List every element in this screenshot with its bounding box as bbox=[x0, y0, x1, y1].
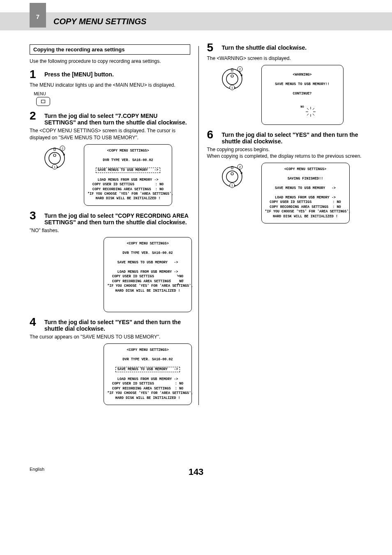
step-heading: Turn the shuttle dial clockwise. bbox=[222, 42, 307, 53]
lcd-line: COPY RECORDING AREA SETTINGS : NO bbox=[92, 187, 164, 191]
step-heading: Turn the jog dial to select "COPY RECORD… bbox=[44, 210, 190, 226]
svg-line-25 bbox=[313, 108, 314, 110]
lcd-line: SAVE MENUS TO USB MEMORY -> bbox=[275, 186, 336, 190]
step-heading: Turn the jog dial to select "YES" and th… bbox=[222, 129, 368, 145]
arrow-icon: ↘ bbox=[177, 273, 179, 279]
figure-row: 2 1 <COPY MENU SETTINGS> DVR TYPE VER. S… bbox=[42, 144, 190, 206]
lcd-line: *IF YOU CHOOSE 'YES' FOR 'AREA SETTINGS'… bbox=[107, 391, 193, 395]
step-heading: Turn the jog dial to select "7.COPY MENU… bbox=[44, 110, 190, 126]
step-number: 2 bbox=[30, 110, 39, 126]
step-3: 3 Turn the jog dial to select "COPY RECO… bbox=[30, 210, 190, 226]
page-title: COPY MENU SETTINGS bbox=[53, 17, 146, 26]
svg-line-22 bbox=[307, 108, 309, 110]
lcd-line: COPY USER ID SETTIGS : NO bbox=[112, 382, 183, 386]
figure-row: 2 1 <WARNING> SAVE MENUS TO USB MEMORY!!… bbox=[219, 65, 368, 124]
left-column: Copying the recording area settings Use … bbox=[30, 42, 190, 409]
lcd-line: SAVE MENUS TO USB MEMORY -> bbox=[118, 260, 178, 265]
step-body: The <WARNING> screen is displayed. bbox=[207, 55, 368, 62]
lcd-line: COPY RECORDING AREA SETTINGS : NO bbox=[112, 387, 183, 391]
step-body: The cursor appears on "SAVE MENUS TO USB… bbox=[30, 334, 190, 340]
lcd-line: LOAD MENUS FROM USB MEMORY -> bbox=[118, 270, 178, 274]
lcd-line: *IF YOU CHOOSE 'YES' FOR 'AREA SETTINGS'… bbox=[107, 284, 193, 288]
lcd-title: <COPY MENU SETTINGS> bbox=[284, 167, 326, 171]
lcd-save-highlight: SAVE MENUS TO USB MEMORY -> bbox=[115, 367, 180, 372]
step-number: 6 bbox=[207, 129, 216, 145]
lcd-line: HARD DISK WILL BE INITIALIZED ! bbox=[115, 289, 180, 293]
svg-text:1: 1 bbox=[231, 184, 233, 187]
lcd-version: DVR TYPE VER. SA16-00.02 bbox=[103, 158, 153, 162]
no-label: NO bbox=[300, 105, 304, 109]
lcd-line: HARD DISK WILL BE INITIALIZED ! bbox=[273, 214, 338, 219]
chapter-tab: 7 bbox=[30, 3, 46, 28]
menu-button-figure: MENU bbox=[33, 92, 190, 106]
lcd-line: *IF YOU CHOOSE 'YES' FOR 'AREA SETTINGS'… bbox=[265, 210, 351, 214]
chapter-number: 7 bbox=[36, 13, 39, 20]
lcd-line: LOAD MENUS FROM USB MEMORY -> bbox=[118, 377, 178, 381]
lcd-screen: <COPY MENU SETTINGS> DVR TYPE VER. SA16-… bbox=[84, 144, 172, 206]
arrow-icon: → bbox=[168, 277, 171, 283]
step-5: 5 Turn the shuttle dial clockwise. bbox=[207, 42, 368, 53]
menu-label: MENU bbox=[33, 92, 47, 96]
page-footer: English 143 bbox=[0, 413, 392, 490]
lcd-line: HARD DISK WILL BE INITIALIZED ! bbox=[115, 396, 180, 400]
dial-icon: 2 1 bbox=[219, 65, 245, 90]
dial-label-2: 2 bbox=[62, 147, 64, 150]
step-1: 1 Press the [MENU] button. bbox=[30, 69, 190, 80]
lcd-line: HARD DISK WILL BE INITIALIZED ! bbox=[95, 196, 160, 200]
lcd-version: DVR TYPE VER. SA16-00.02 bbox=[122, 357, 173, 362]
lcd-line: COPY RECORDING AREA SETTINGS NO bbox=[112, 279, 183, 283]
step-number: 3 bbox=[30, 210, 39, 226]
step-number: 1 bbox=[30, 69, 39, 80]
step-body: The <COPY MENU SETTINGS> screen is displ… bbox=[30, 127, 190, 140]
step-2: 2 Turn the jog dial to select "7.COPY ME… bbox=[30, 110, 190, 126]
figure-row: 2 1 <COPY MENU SETTINGS> SAVING FINISHED… bbox=[219, 163, 368, 223]
lcd-title: <WARNING> bbox=[293, 73, 312, 77]
lcd-warning-screen: <WARNING> SAVE MENUS TO USB MEMORY!! CON… bbox=[261, 65, 344, 124]
lcd-line: COPY USER ID SETTIGS NO bbox=[112, 274, 183, 279]
dial-label-1: 1 bbox=[54, 165, 56, 169]
lcd-title: <COPY MENU SETTINGS> bbox=[127, 348, 168, 352]
lcd-screen: <COPY MENU SETTINGS> SAVING FINISHED!! S… bbox=[261, 163, 350, 223]
right-column: 5 Turn the shuttle dial clockwise. The <… bbox=[207, 42, 368, 409]
intro-text: Use the following procedure to copy reco… bbox=[30, 58, 190, 64]
lcd-line: COPY RECORDING AREA SETTINGS : NO bbox=[270, 205, 341, 209]
step-number: 5 bbox=[207, 42, 216, 53]
lcd-line: CONTINUE? bbox=[293, 92, 312, 96]
lcd-version: DVR TYPE VER. SA16-00.02 bbox=[122, 251, 173, 255]
lcd-line: *IF YOU CHOOSE 'YES' FOR 'AREA SETTINGS'… bbox=[88, 192, 173, 196]
step-heading: Press the [MENU] button. bbox=[44, 69, 114, 80]
footer-language: English bbox=[30, 467, 44, 472]
menu-button-inner-icon bbox=[41, 100, 45, 103]
lcd-title: <COPY MENU SETTINGS> bbox=[127, 242, 168, 246]
figure-row: <COPY MENU SETTINGS> DVR TYPE VER. SA16-… bbox=[104, 237, 190, 312]
svg-text:2: 2 bbox=[239, 67, 241, 71]
section-box: Copying the recording area settings bbox=[30, 44, 190, 55]
page-number: 143 bbox=[189, 467, 204, 477]
svg-line-23 bbox=[313, 114, 314, 115]
content-area: Copying the recording area settings Use … bbox=[0, 30, 392, 413]
dial-icon: 2 1 bbox=[42, 144, 67, 170]
no-burst-icon: NO bbox=[297, 101, 308, 113]
svg-point-2 bbox=[53, 154, 56, 157]
svg-line-24 bbox=[307, 114, 309, 115]
step-4: 4 Turn the jog dial to select "YES" and … bbox=[30, 316, 190, 332]
arrow-icon: ← bbox=[182, 277, 184, 283]
step-6: 6 Turn the jog dial to select "YES" and … bbox=[207, 129, 368, 145]
dial-icon: 2 1 bbox=[219, 163, 245, 188]
step-number: 4 bbox=[30, 316, 39, 332]
lcd-line: LOAD MENUS FROM USB MEMORY -> bbox=[275, 196, 336, 200]
lcd-saving: SAVING FINISHED!! bbox=[288, 177, 323, 181]
lcd-line: COPY USER ID SETTIGS : NO bbox=[92, 182, 164, 187]
figure-row: <COPY MENU SETTINGS> DVR TYPE VER. SA16-… bbox=[104, 343, 190, 405]
arrow-icon: ↗ bbox=[177, 281, 179, 287]
menu-button-icon bbox=[36, 97, 50, 106]
lcd-line: LOAD MENUS FROM USB MEMORY -> bbox=[98, 178, 159, 182]
svg-point-10 bbox=[231, 75, 233, 77]
no-burst-wrapper: NO bbox=[266, 99, 339, 113]
svg-text:2: 2 bbox=[239, 165, 241, 169]
svg-point-28 bbox=[231, 173, 233, 175]
column-divider bbox=[198, 46, 199, 405]
lcd-title: <COPY MENU SETTINGS> bbox=[107, 149, 149, 153]
lcd-save-highlight: SAVE MENUS TO USB MEMORY -> bbox=[96, 168, 161, 173]
step-body: The copying process begins. When copying… bbox=[207, 146, 368, 159]
